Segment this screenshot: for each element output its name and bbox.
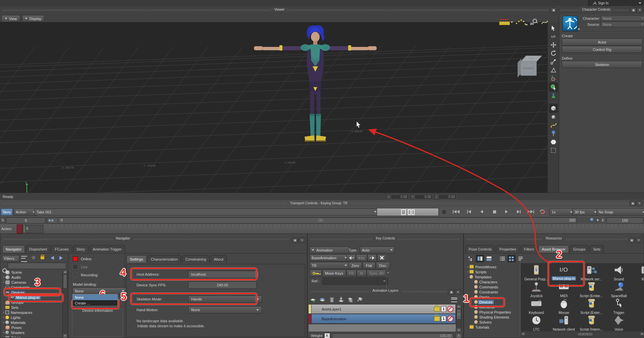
key-type-select[interactable]: Auto xyxy=(360,247,395,254)
delete-layer-icon[interactable] xyxy=(328,296,335,303)
tree-item[interactable]: Devices xyxy=(465,299,519,305)
viewport-tool[interactable] xyxy=(549,113,557,121)
mute-icon[interactable] xyxy=(447,306,453,312)
close-pane-button[interactable]: ✕ xyxy=(637,7,643,13)
ref-select[interactable] xyxy=(322,278,388,285)
animation-layer-row[interactable]: AnimLayer1 1 xyxy=(308,304,456,314)
solo-count[interactable]: 1 xyxy=(441,316,446,322)
viewport-tool[interactable] xyxy=(550,100,557,103)
navigator-tab[interactable]: Navigator xyxy=(2,245,25,253)
tree-item[interactable]: + Takes xyxy=(1,335,62,337)
star-filter-icon[interactable]: ☆ xyxy=(31,255,36,261)
resources-tab[interactable]: Groups xyxy=(570,245,589,253)
viewport-tool[interactable] xyxy=(549,41,557,49)
ruler-tool-icon[interactable] xyxy=(499,19,513,25)
source-select[interactable]: None xyxy=(601,21,644,27)
sync-all-button[interactable]: Sync. All xyxy=(367,270,386,277)
menu-item-none[interactable]: None xyxy=(73,294,117,300)
tree-item[interactable]: Solvers xyxy=(465,320,519,325)
flat-button[interactable]: Flat xyxy=(363,262,375,269)
sign-in-button[interactable]: Sign In xyxy=(588,0,644,6)
device-settings-tab[interactable]: About xyxy=(211,255,227,263)
resources-tab[interactable]: Pose Controls xyxy=(465,245,495,253)
viewport-tool[interactable] xyxy=(549,58,557,66)
animation-layer-row[interactable]: BaseAnimation 1 xyxy=(308,314,456,324)
frame-spinner[interactable] xyxy=(47,217,59,223)
solo-count[interactable]: 1 xyxy=(441,306,446,312)
float-pane-button[interactable]: ▣ xyxy=(630,201,636,206)
fps-select[interactable]: 30 fps xyxy=(572,208,599,216)
tree-item[interactable]: Constraints xyxy=(465,289,519,294)
viewport-tool[interactable] xyxy=(549,66,557,74)
asset-item[interactable]: Network ser... xyxy=(578,264,605,281)
character-icon[interactable] xyxy=(562,16,578,31)
snap-select[interactable]: No Snap xyxy=(596,208,644,216)
skeleton-mode-select[interactable]: Hands xyxy=(188,295,262,303)
viewport-tool[interactable] xyxy=(549,121,557,129)
viewport-tool[interactable] xyxy=(549,74,557,82)
asset-item[interactable]: Mouse xyxy=(550,298,578,315)
tree-item[interactable]: Sets xyxy=(1,305,62,310)
duplicate-layers-icon[interactable] xyxy=(347,296,354,303)
delete-key-button[interactable] xyxy=(377,254,386,261)
weight-slider[interactable]: 100.00 xyxy=(332,333,453,338)
expander[interactable]: + xyxy=(2,321,5,324)
playhead[interactable] xyxy=(24,225,24,233)
start-frame-field[interactable]: 0 xyxy=(6,217,46,223)
control-rig-button[interactable]: Control Rig xyxy=(562,46,642,53)
tree-item[interactable]: - Templates xyxy=(465,274,519,279)
tree-scrollbar[interactable]: ▲▼ xyxy=(62,270,68,338)
sync-options-icon[interactable] xyxy=(387,272,389,274)
asset-item[interactable]: Wac... xyxy=(633,264,644,281)
tree-item[interactable]: + Materials xyxy=(1,320,62,325)
mute-icon[interactable] xyxy=(447,316,453,322)
keying-curve-icon[interactable] xyxy=(515,17,527,26)
asset-item[interactable]: SpaceBall xyxy=(605,281,633,298)
play-button[interactable] xyxy=(501,208,512,215)
close-pane-button[interactable]: ✕ xyxy=(636,201,643,206)
tree-item[interactable]: I/O Manus plug-in xyxy=(1,295,62,300)
range-spinner[interactable] xyxy=(590,218,595,222)
tree-item[interactable]: + PrevisMoves xyxy=(465,264,519,269)
tree-item[interactable]: + Audio xyxy=(1,275,62,280)
expander[interactable]: - xyxy=(466,275,470,279)
tree-item[interactable]: Shading Elements xyxy=(465,315,519,320)
model-binding-select[interactable]: None xyxy=(72,287,127,294)
expander[interactable]: + xyxy=(2,276,5,279)
tree-item[interactable]: Groups xyxy=(1,300,62,305)
animation-group-select[interactable]: BaseAnimation xyxy=(310,254,349,261)
previous-key-button[interactable] xyxy=(464,208,474,215)
asset-item[interactable]: Script (Embe... xyxy=(578,281,605,298)
viewport-tool[interactable] xyxy=(549,138,557,146)
asset-item[interactable]: Trigger xyxy=(605,298,633,315)
device-settings-tab[interactable]: Settings xyxy=(126,255,147,263)
resources-tab[interactable]: Filters xyxy=(521,245,537,253)
current-frame-box[interactable]: 0 xyxy=(22,225,43,233)
asset-item[interactable]: LTC xyxy=(523,315,550,331)
tree-item[interactable]: Elements xyxy=(465,305,519,310)
asset-item[interactable]: Keyboard xyxy=(523,298,550,315)
asset-item[interactable]: Script (Intern... xyxy=(578,315,605,331)
asset-item[interactable]: Sound xyxy=(605,264,633,281)
zoom-2d-icon[interactable]: 2D xyxy=(530,18,539,27)
tree-item[interactable]: Decks xyxy=(465,294,519,299)
expander[interactable]: + xyxy=(2,316,5,319)
split-view-icon[interactable] xyxy=(485,255,493,262)
tree-item[interactable]: Poses xyxy=(1,325,62,330)
resources-tab[interactable]: Sets xyxy=(590,245,604,253)
device-settings-tab[interactable]: Constraining xyxy=(182,255,210,263)
viewport-tool[interactable] xyxy=(549,104,558,113)
keying-group-select[interactable]: TR xyxy=(310,262,349,269)
float-pane-button[interactable]: ▣ xyxy=(292,238,298,243)
tree-item[interactable]: + Scripts xyxy=(465,269,519,274)
loop-toggle-button[interactable] xyxy=(537,208,547,215)
next-key-button[interactable] xyxy=(367,254,377,261)
tree-item[interactable]: Tutorials xyxy=(465,325,519,330)
lock-icon[interactable] xyxy=(434,316,440,321)
weight-key-button[interactable]: K xyxy=(324,333,330,338)
viewport-tool[interactable] xyxy=(549,24,557,32)
loop-start-marker[interactable] xyxy=(17,224,22,233)
character-model[interactable] xyxy=(248,24,382,148)
expander[interactable]: - xyxy=(2,291,5,294)
disc-button[interactable]: Disc. xyxy=(376,262,390,269)
